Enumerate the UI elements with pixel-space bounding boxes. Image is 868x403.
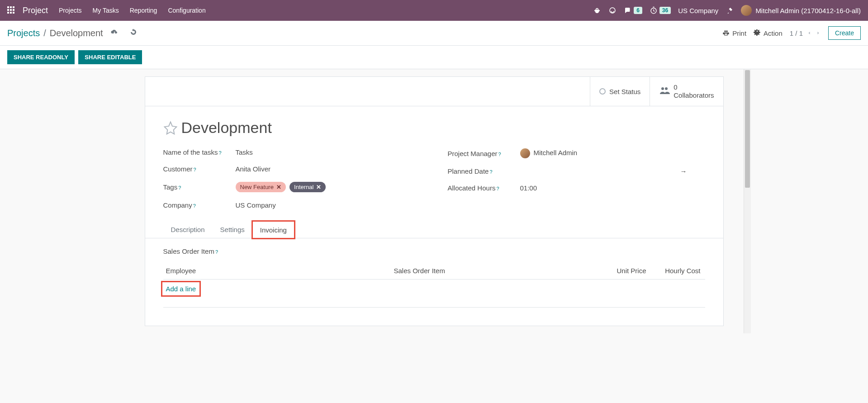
nav-menu: Projects My Tasks Reporting Configuratio…	[59, 7, 206, 14]
value-hours[interactable]: 01:00	[520, 184, 537, 192]
th-sales-order-item: Sales Order Item	[394, 267, 588, 275]
value-pm[interactable]: Mitchell Admin	[520, 148, 578, 158]
tab-invoicing[interactable]: Invoicing	[252, 221, 294, 238]
tab-description[interactable]: Description	[163, 221, 213, 238]
label-sales-order-item: Sales Order Item	[163, 247, 214, 255]
label-name-of-tasks: Name of the tasks	[163, 148, 218, 156]
user-name: Mitchell Admin (21700412-16-0-all)	[755, 7, 861, 14]
help-icon[interactable]: ?	[498, 152, 501, 157]
status-row: Set Status 0 Collaborators	[145, 77, 723, 106]
create-button[interactable]: Create	[828, 26, 861, 40]
table-body: Add a line	[163, 280, 705, 308]
nav-projects[interactable]: Projects	[59, 7, 82, 14]
label-customer: Customer	[163, 165, 193, 173]
user-avatar-icon	[741, 5, 752, 16]
tag-new-feature[interactable]: New Feature✕	[236, 182, 286, 192]
messages-icon[interactable]: 6	[624, 6, 642, 14]
label-company: Company	[163, 201, 192, 209]
breadcrumb-current: Development	[50, 28, 103, 38]
breadcrumb-projects[interactable]: Projects	[7, 28, 40, 38]
discard-icon[interactable]	[129, 28, 138, 38]
user-menu[interactable]: Mitchell Admin (21700412-16-0-all)	[741, 5, 861, 16]
share-readonly-button[interactable]: SHARE READONLY	[7, 50, 75, 64]
company-switcher[interactable]: US Company	[678, 7, 718, 14]
nav-my-tasks[interactable]: My Tasks	[93, 7, 119, 14]
pager-text: 1 / 1	[790, 29, 803, 37]
messages-badge: 6	[634, 7, 642, 14]
svg-point-3	[665, 87, 668, 90]
pager: 1 / 1	[790, 29, 821, 37]
print-button[interactable]: Print	[722, 29, 746, 37]
tab-settings[interactable]: Settings	[213, 221, 252, 238]
value-name-of-tasks[interactable]: Tasks	[236, 148, 253, 156]
nav-configuration[interactable]: Configuration	[168, 7, 205, 14]
table-header: Employee Sales Order Item Unit Price Hou…	[163, 262, 705, 280]
help-icon[interactable]: ?	[489, 169, 492, 175]
app-brand[interactable]: Project	[23, 6, 48, 15]
value-company[interactable]: US Company	[236, 201, 276, 209]
favorite-star-icon[interactable]	[163, 121, 178, 135]
tools-icon[interactable]	[726, 6, 734, 14]
collaborators-button[interactable]: 0 Collaborators	[650, 77, 723, 106]
support-icon[interactable]	[608, 6, 617, 14]
collaborators-icon	[659, 85, 670, 98]
bug-icon[interactable]	[593, 6, 601, 14]
scrollbar[interactable]	[744, 69, 751, 333]
help-icon[interactable]: ?	[178, 185, 181, 190]
label-tags: Tags	[163, 183, 178, 191]
th-employee: Employee	[163, 267, 394, 275]
value-planned-date[interactable]: →	[520, 167, 705, 175]
th-unit-price: Unit Price	[588, 267, 646, 275]
timer-badge: 36	[659, 7, 671, 14]
collab-label: Collaborators	[674, 91, 714, 100]
pager-prev-icon[interactable]	[806, 29, 812, 37]
value-tags[interactable]: New Feature✕ Internal✕	[236, 182, 328, 192]
label-pm: Project Manager	[448, 150, 498, 157]
nav-reporting[interactable]: Reporting	[130, 7, 157, 14]
breadcrumb-sep: /	[43, 28, 46, 38]
arrow-right-icon: →	[680, 167, 687, 175]
label-planned-date: Planned Date	[448, 167, 489, 175]
control-panel: Projects / Development Print Action 1 / …	[0, 21, 868, 46]
status-radio-icon	[599, 88, 606, 95]
cloud-icon[interactable]	[110, 28, 119, 38]
share-editable-button[interactable]: SHARE EDITABLE	[78, 50, 142, 64]
th-hourly-cost: Hourly Cost	[646, 267, 705, 275]
help-icon[interactable]: ?	[193, 203, 196, 209]
share-bar: SHARE READONLY SHARE EDITABLE	[0, 46, 868, 69]
help-icon[interactable]: ?	[496, 186, 499, 191]
timer-icon[interactable]: 36	[650, 6, 671, 14]
pager-next-icon[interactable]	[816, 29, 821, 37]
svg-point-2	[661, 87, 664, 90]
pm-avatar-icon	[520, 148, 530, 158]
help-icon[interactable]: ?	[218, 150, 221, 156]
breadcrumb: Projects / Development	[7, 28, 138, 38]
add-a-line-link[interactable]: Add a line	[163, 283, 199, 294]
scrollbar-thumb[interactable]	[745, 70, 750, 188]
help-icon[interactable]: ?	[194, 167, 196, 172]
collab-count: 0	[674, 83, 714, 91]
form-sheet: Set Status 0 Collaborators Development	[145, 76, 724, 326]
tabs: Description Settings Invoicing	[145, 221, 723, 238]
page-title[interactable]: Development	[181, 119, 272, 137]
value-customer[interactable]: Anita Oliver	[236, 165, 271, 173]
action-button[interactable]: Action	[754, 29, 783, 37]
help-icon[interactable]: ?	[215, 249, 218, 255]
remove-tag-icon[interactable]: ✕	[276, 184, 281, 190]
top-navbar: Project Projects My Tasks Reporting Conf…	[0, 0, 868, 21]
tag-internal[interactable]: Internal✕	[289, 182, 326, 192]
apps-icon[interactable]	[7, 6, 15, 14]
label-hours: Allocated Hours	[448, 184, 496, 192]
set-status-button[interactable]: Set Status	[590, 77, 650, 106]
remove-tag-icon[interactable]: ✕	[316, 184, 321, 190]
